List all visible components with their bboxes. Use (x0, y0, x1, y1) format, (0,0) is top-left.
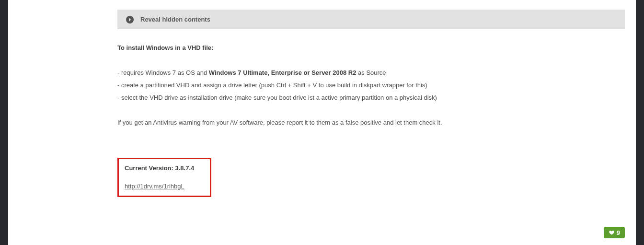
requirement-line-3: - select the VHD drive as installation d… (117, 92, 625, 104)
text: - requires Windows 7 as OS and (117, 69, 209, 76)
requirement-line-1: - requires Windows 7 as OS and Windows 7… (117, 67, 625, 79)
text: as Source (356, 69, 386, 76)
antivirus-note: If you get an Antivirus warning from you… (117, 117, 625, 129)
requirement-line-2: - create a partitioned VHD and assign a … (117, 79, 625, 92)
spoiler-label: Reveal hidden contents (140, 16, 210, 23)
current-version-text: Current Version: 3.8.7.4 (125, 164, 204, 173)
install-heading: To install Windows in a VHD file: (117, 42, 625, 54)
heart-icon (609, 230, 615, 235)
post-body: To install Windows in a VHD file: - requ… (117, 42, 625, 129)
chevron-right-circle-icon (126, 16, 134, 23)
download-link[interactable]: http://1drv.ms/1rihbgL (125, 183, 184, 190)
spoiler-toggle[interactable]: Reveal hidden contents (117, 10, 625, 29)
like-count: 9 (617, 229, 620, 236)
text-bold: Windows 7 Ultimate, Enterprise or Server… (209, 69, 356, 76)
current-version-highlight: Current Version: 3.8.7.4 http://1drv.ms/… (117, 158, 211, 197)
like-button[interactable]: 9 (604, 227, 625, 238)
